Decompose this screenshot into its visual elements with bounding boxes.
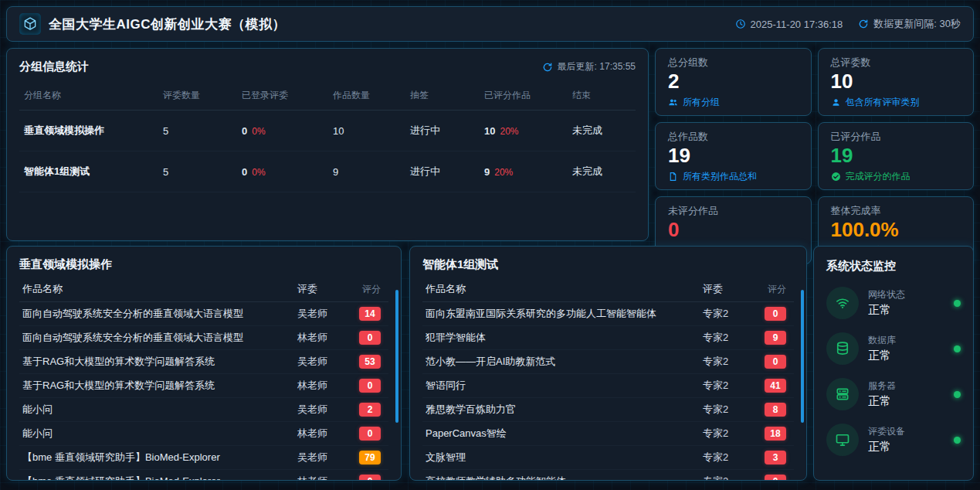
stat-card-4: 已评分作品19完成评分的作品 xyxy=(818,122,975,190)
logged-judges: 00% xyxy=(242,125,333,137)
last-update: 最后更新: 17:35:55 xyxy=(542,60,636,73)
refresh-interval: 数据更新间隔: 30秒 xyxy=(858,17,961,31)
finish-status: 未完成 xyxy=(572,124,631,138)
score-cell: 3 xyxy=(751,451,791,464)
status-label: 评委设备 xyxy=(868,425,905,438)
status-item: 网络状态正常 xyxy=(826,287,961,319)
work-name: 能小问 xyxy=(22,403,297,417)
work-count: 9 xyxy=(333,166,410,178)
stat-card-value: 2 xyxy=(668,70,799,94)
group-table-row: 智能体1组测试500%9进行中920%未完成 xyxy=(19,151,636,192)
last-update-text: 最后更新: 17:35:55 xyxy=(558,60,636,73)
score-badge: 18 xyxy=(765,427,786,441)
work-table-row: 基于RAG和大模型的算术数学问题解答系统吴老师53 xyxy=(19,350,388,374)
score-badge: 0 xyxy=(765,307,786,321)
stat-card-desc: 所有分组 xyxy=(668,96,799,109)
work-table-row: 智语同行专家241 xyxy=(422,374,794,398)
datetime-display: 2025-11-20 17:36:18 xyxy=(735,19,843,30)
status-indicator-dot xyxy=(954,437,961,444)
status-info: 网络状态正常 xyxy=(868,288,905,318)
wifi-icon xyxy=(826,287,859,319)
score-badge: 3 xyxy=(765,451,786,464)
refresh-icon[interactable] xyxy=(542,62,553,73)
judge-name: 专家2 xyxy=(703,427,751,441)
judge-name: 专家2 xyxy=(703,355,751,369)
work-panel-title: 垂直领域模拟操作 xyxy=(19,257,112,272)
stat-card-3: 总作品数19所有类别作品总和 xyxy=(655,122,812,190)
group-table-header: 分组名称 评委数量 已登录评委 作品数量 抽签 已评分作品 结束 xyxy=(19,80,636,111)
score-badge: 0 xyxy=(359,379,381,393)
status-value: 正常 xyxy=(868,440,905,454)
score-badge: 14 xyxy=(359,307,381,321)
app-logo-icon xyxy=(19,13,41,35)
status-item: 评委设备正常 xyxy=(826,424,961,456)
stat-card-value: 19 xyxy=(831,145,961,168)
stat-card-label: 总评委数 xyxy=(831,56,961,70)
col-judge-count: 评委数量 xyxy=(163,89,242,102)
refresh-icon[interactable] xyxy=(858,19,869,29)
group-name: 垂直领域模拟操作 xyxy=(24,124,163,138)
stat-cards: 总分组数2所有分组总评委数10包含所有评审类别总作品数19所有类别作品总和已评分… xyxy=(655,48,974,243)
status-indicator-dot xyxy=(954,391,961,398)
score-badge: 0 xyxy=(359,475,381,481)
work-name: 面向自动驾驶系统安全分析的垂直领域大语言模型 xyxy=(22,307,297,321)
status-label: 数据库 xyxy=(868,334,896,347)
score-cell: 2 xyxy=(345,403,385,417)
col-group-name: 分组名称 xyxy=(24,89,163,102)
work-name: 高校教师教学辅助多功能智能体 xyxy=(426,475,703,481)
stat-card-2: 总评委数10包含所有评审类别 xyxy=(818,48,975,116)
stat-card-desc: 所有类别作品总和 xyxy=(668,170,799,183)
work-count: 10 xyxy=(333,125,410,137)
scrollbar-thumb[interactable] xyxy=(395,290,398,423)
col-judge: 评委 xyxy=(703,282,751,296)
scrollbar-thumb[interactable] xyxy=(801,290,804,423)
work-table-body: 面向东盟南亚国际关系研究的多功能人工智能智能体专家20犯罪学智能体专家29范小教… xyxy=(422,302,794,481)
score-cell: 14 xyxy=(345,307,385,321)
scored-works: 1020% xyxy=(484,125,572,137)
stat-card-label: 未评分作品 xyxy=(668,204,799,218)
work-table-row: 雅思教学百炼助力官专家28 xyxy=(422,398,794,422)
judge-name: 专家2 xyxy=(703,307,751,321)
database-icon xyxy=(826,332,859,365)
work-table-row: PaperCanvas智绘专家218 xyxy=(422,422,794,446)
work-table-row: 基于RAG和大模型的算术数学问题解答系统林老师0 xyxy=(19,374,388,398)
group-table-body: 垂直领域模拟操作500%10进行中1020%未完成智能体1组测试500%9进行中… xyxy=(19,111,636,192)
score-cell: 0 xyxy=(751,307,791,321)
score-cell: 8 xyxy=(751,403,791,417)
stat-card-label: 已评分作品 xyxy=(831,130,961,144)
work-table-row: 面向自动驾驶系统安全分析的垂直领域大语言模型吴老师14 xyxy=(19,302,388,326)
check-icon xyxy=(831,172,841,182)
col-judge: 评委 xyxy=(297,282,345,296)
work-table-row: 【bme 垂直领域研究助手】BioMed-Explorer林老师0 xyxy=(19,470,388,481)
stat-card-label: 总分组数 xyxy=(668,56,799,70)
work-name: PaperCanvas智绘 xyxy=(426,427,703,441)
judge-name: 专家2 xyxy=(703,331,751,345)
stat-card-1: 总分组数2所有分组 xyxy=(655,48,812,116)
score-badge: 41 xyxy=(765,379,786,393)
judge-name: 林老师 xyxy=(297,475,345,481)
stat-card-label: 整体完成率 xyxy=(831,204,961,218)
app-title: 全国大学生AIGC创新创业大赛（模拟） xyxy=(49,15,286,33)
score-cell: 0 xyxy=(345,427,385,441)
judge-name: 专家2 xyxy=(703,451,751,464)
draw-status: 进行中 xyxy=(410,124,484,138)
score-cell: 0 xyxy=(345,379,385,393)
judge-count: 5 xyxy=(163,125,242,137)
work-table-body: 面向自动驾驶系统安全分析的垂直领域大语言模型吴老师14面向自动驾驶系统安全分析的… xyxy=(19,302,388,481)
status-value: 正常 xyxy=(868,349,896,363)
work-name: 基于RAG和大模型的算术数学问题解答系统 xyxy=(22,379,297,393)
score-cell: 9 xyxy=(751,331,791,345)
work-name: 文脉智理 xyxy=(426,451,703,464)
col-work-count: 作品数量 xyxy=(333,89,410,102)
draw-status: 进行中 xyxy=(410,165,484,179)
stat-card-value: 100.0% xyxy=(831,219,961,242)
work-name: 基于RAG和大模型的算术数学问题解答系统 xyxy=(22,355,297,369)
group-table-row: 垂直领域模拟操作500%10进行中1020%未完成 xyxy=(19,111,636,151)
judge-name: 吴老师 xyxy=(297,403,345,417)
judge-name: 林老师 xyxy=(297,427,345,441)
system-status-title: 系统状态监控 xyxy=(826,259,896,274)
score-badge: 0 xyxy=(765,355,786,369)
score-cell: 0 xyxy=(751,475,791,481)
work-panel-title: 智能体1组测试 xyxy=(422,257,498,272)
stat-card-value: 10 xyxy=(831,70,961,94)
